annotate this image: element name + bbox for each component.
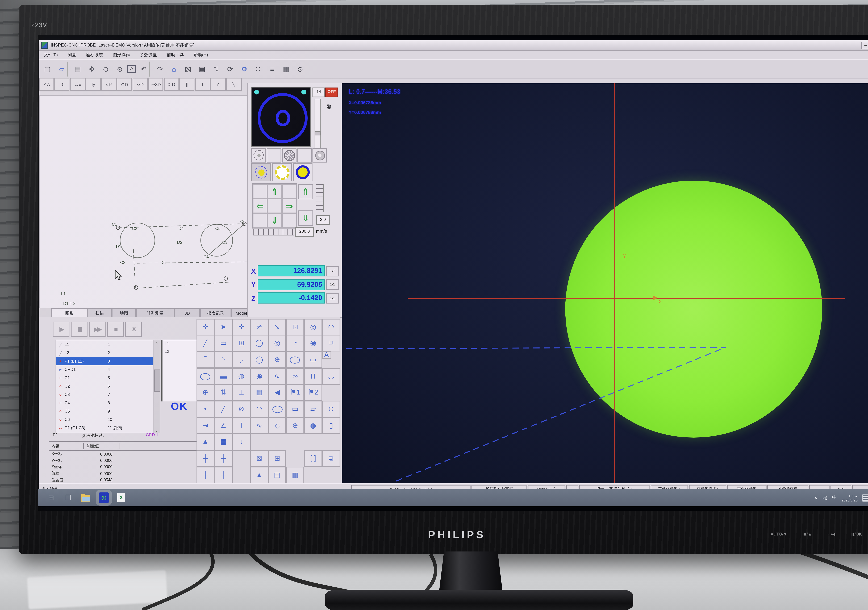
scroll-down-icon[interactable]: ∨ <box>153 428 160 433</box>
function-button[interactable]: ▥ <box>286 467 304 483</box>
menu-item[interactable]: 辅助工具 <box>162 52 189 58</box>
home-icon[interactable]: ⌂ <box>167 61 181 77</box>
function-button[interactable]: ✛ <box>232 318 251 335</box>
function-button[interactable]: ◉ <box>250 368 268 385</box>
monitor-button-label[interactable]: ▥/OK <box>851 531 862 536</box>
tray-clock[interactable]: 10:572025/6/20 <box>842 494 857 502</box>
function-button[interactable]: ▬ <box>214 368 232 385</box>
function-button[interactable]: ┼ <box>196 467 215 483</box>
stop-button[interactable]: ■ <box>107 321 124 337</box>
function-button[interactable]: ▭ <box>304 351 322 368</box>
function-button[interactable]: ◯ <box>250 335 268 352</box>
function-button[interactable]: ▦ <box>214 434 232 450</box>
function-button[interactable]: ◉ <box>304 335 322 352</box>
measure-tool-button[interactable]: ⊥ <box>195 78 210 91</box>
file-explorer-button[interactable] <box>81 495 90 502</box>
function-button[interactable]: ◝ <box>214 351 232 368</box>
z-step-value[interactable]: 2.0 <box>316 215 330 225</box>
function-button[interactable]: ∾ <box>286 368 304 385</box>
jog-left-button[interactable]: ⇐ <box>253 199 267 213</box>
measure-tool-button[interactable]: ○R <box>101 78 117 91</box>
view-tab[interactable]: 扫描 <box>87 308 112 317</box>
speed-value[interactable]: 200.0 <box>295 227 314 237</box>
function-button[interactable]: ⊕ <box>322 401 340 418</box>
function-button[interactable]: ◞ <box>232 351 251 368</box>
view-tab[interactable]: 阵列测量 <box>136 308 174 317</box>
function-button[interactable]: ⌒ <box>196 351 215 368</box>
inspec-app-button[interactable]: ⊕ <box>99 492 109 503</box>
camera-icon[interactable]: ⊙ <box>294 61 307 77</box>
function-button[interactable]: ◀ <box>268 384 287 401</box>
measure-tool-button[interactable]: Ⅰy <box>86 78 101 91</box>
view-tab[interactable]: 图形 <box>51 308 87 317</box>
task-view-button[interactable]: ❐ <box>64 493 73 502</box>
function-button[interactable]: ∠ <box>214 417 232 434</box>
function-button[interactable]: ╱ <box>214 401 232 418</box>
menu-item[interactable]: 参数设置 <box>135 52 162 58</box>
function-button[interactable]: ⊞ <box>232 335 251 352</box>
menu-item[interactable]: 图形操作 <box>108 52 135 58</box>
menu-item[interactable]: 测量 <box>63 52 81 58</box>
view-tab[interactable]: 报表记录 <box>200 308 231 317</box>
function-button[interactable]: H <box>304 368 322 385</box>
new-file-icon[interactable]: ▢ <box>40 61 54 77</box>
L2[interactable]: ╱ L2 2 <box>56 349 153 357</box>
function-button[interactable]: ∿ <box>268 368 287 385</box>
run-button[interactable]: ▶ <box>53 321 70 337</box>
measure-tool-button[interactable]: ╲ <box>226 78 242 91</box>
C2[interactable]: ○ C2 6 <box>56 382 153 390</box>
menu-item[interactable]: 座标系统 <box>81 52 108 58</box>
monitor-button-label[interactable]: AUTO/▼ <box>770 532 787 536</box>
jog-up-button[interactable]: ⇑ <box>267 184 282 199</box>
function-button[interactable]: ↓ <box>232 434 251 450</box>
function-button[interactable]: ⊕ <box>286 417 304 434</box>
function-button[interactable]: ⚑2 <box>304 384 322 401</box>
ok-button[interactable]: OK <box>171 400 188 412</box>
function-button[interactable]: ⊡ <box>286 318 304 335</box>
dro-half-button[interactable]: 1/2 <box>326 266 339 276</box>
function-button[interactable]: ◡ <box>322 368 340 385</box>
function-button[interactable]: ◎ <box>268 335 287 352</box>
function-button[interactable]: ◔ <box>286 335 304 352</box>
function-button[interactable]: ✳ <box>250 318 268 335</box>
function-button[interactable]: ✛ <box>196 318 215 335</box>
view-tab[interactable]: 地图 <box>112 308 136 317</box>
measure-tool-button[interactable]: ∢ <box>54 78 70 91</box>
image-icon[interactable]: ▣ <box>195 61 209 77</box>
P1 (L1,L2)[interactable]: ● P1 (L1,L2) 3 <box>56 357 153 365</box>
function-button[interactable]: ⇅ <box>214 384 232 401</box>
C4[interactable]: ○ C4 8 <box>56 399 153 407</box>
function-button[interactable]: ◍ <box>304 417 322 434</box>
function-button[interactable]: ⊞ <box>268 450 287 467</box>
function-button[interactable]: ◯ <box>250 351 268 368</box>
view-tab[interactable]: 3D <box>174 308 200 317</box>
monitor-button-label[interactable]: ▣/▲ <box>803 531 812 536</box>
ring-low-light-icon[interactable] <box>251 163 271 181</box>
segment-light-icon[interactable] <box>282 148 296 163</box>
function-button[interactable]: ◎ <box>304 318 322 335</box>
measure-tool-button[interactable]: ↔x <box>70 78 85 91</box>
L1[interactable]: ╱ L1 1 <box>56 340 153 349</box>
refresh-icon[interactable]: ⟳ <box>223 61 237 77</box>
function-button[interactable]: ◠ <box>250 401 268 418</box>
element-list[interactable]: ╱ L1 1 ╱ L2 2 ● P1 (L1,L2) <box>56 340 154 433</box>
jog-z-down-button[interactable]: ⇓ <box>298 210 313 226</box>
measure-tool-button[interactable]: X-D <box>164 78 179 91</box>
C3[interactable]: ○ C3 7 <box>56 390 153 399</box>
pan-icon[interactable]: ✥ <box>85 61 98 77</box>
grid-icon[interactable]: ∷ <box>251 61 265 77</box>
element-list-scrollbar[interactable]: ∧ ∨ <box>153 340 160 433</box>
function-button[interactable]: ▯ <box>322 417 340 434</box>
step-button[interactable]: ▶▶ <box>89 321 105 337</box>
function-button[interactable]: ∿ <box>250 417 268 434</box>
sort-tree-icon[interactable]: ⇅ <box>209 61 223 77</box>
dro-half-button[interactable]: 1/2 <box>326 293 339 303</box>
measure-tool-button[interactable]: ∠A <box>39 78 54 91</box>
menu-item[interactable]: 文件(F) <box>39 52 63 58</box>
function-button[interactable]: ⚑1 <box>286 384 304 401</box>
measure-tool-button[interactable]: ↝D <box>132 78 148 91</box>
jog-down-button[interactable]: ⇓ <box>267 213 282 228</box>
scroll-up-icon[interactable]: ∧ <box>153 340 160 345</box>
light-slot-icon[interactable] <box>297 148 312 163</box>
dro-half-button[interactable]: 1/2 <box>326 279 339 290</box>
